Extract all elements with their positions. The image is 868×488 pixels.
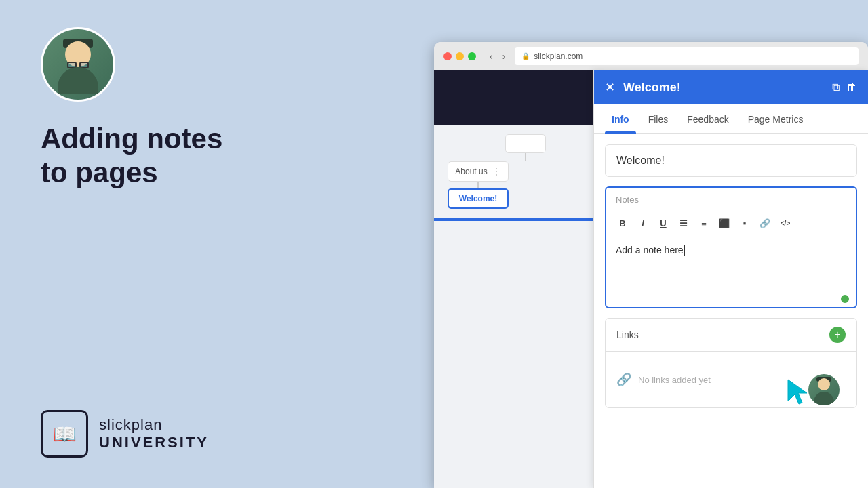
nav-arrows: ‹ › xyxy=(487,49,508,63)
logo-area: 📖 slickplan UNIVERSITY xyxy=(41,410,209,458)
logo-text: slickplan UNIVERSITY xyxy=(99,416,209,451)
panel-tabs: Info Files Feedback Page Metrics xyxy=(594,104,868,134)
align-left-button[interactable]: ⬛ xyxy=(715,214,734,232)
panel-content: Notes B I U ☰ ≡ ⬛ ▪ 🔗 </> Add a note her… xyxy=(594,134,868,488)
url-text: slickplan.com xyxy=(534,52,583,61)
sitemap-active-line xyxy=(434,218,593,221)
align-right-button[interactable]: ▪ xyxy=(735,214,754,232)
tab-files[interactable]: Files xyxy=(642,104,675,133)
panel-header: ✕ Welcome! ⧉ 🗑 xyxy=(594,70,868,104)
avatar xyxy=(41,27,115,102)
tab-feedback[interactable]: Feedback xyxy=(680,104,735,133)
left-panel: Adding notes to pages 📖 slickplan UNIVER… xyxy=(0,0,434,488)
underline-button[interactable]: U xyxy=(654,214,673,232)
notes-editor[interactable]: Notes B I U ☰ ≡ ⬛ ▪ 🔗 </> Add a note her… xyxy=(605,186,857,308)
italic-button[interactable]: I xyxy=(633,214,652,232)
tab-info[interactable]: Info xyxy=(605,104,636,133)
notes-body[interactable]: Add a note here xyxy=(606,237,856,291)
bullet-list-button[interactable]: ☰ xyxy=(674,214,693,232)
minimize-button-dot[interactable] xyxy=(456,52,464,60)
logo-icon: 📖 xyxy=(41,410,88,458)
ordered-list-button[interactable]: ≡ xyxy=(694,214,713,232)
notes-toolbar: B I U ☰ ≡ ⬛ ▪ 🔗 </> xyxy=(606,209,856,237)
lock-icon: 🔒 xyxy=(521,52,530,60)
text-cursor xyxy=(684,245,685,256)
cursor-pointer-icon xyxy=(785,377,810,407)
browser-panel: ‹ › 🔒 slickplan.com About us ⋮ xyxy=(434,0,868,488)
bold-button[interactable]: B xyxy=(613,214,632,232)
browser-chrome: ‹ › 🔒 slickplan.com xyxy=(434,42,868,70)
close-button-dot[interactable] xyxy=(443,52,452,60)
add-link-button[interactable]: + xyxy=(829,327,846,343)
back-button[interactable]: ‹ xyxy=(487,49,496,63)
url-bar[interactable]: 🔒 slickplan.com xyxy=(515,47,859,65)
logo-slickplan-text: slickplan xyxy=(99,416,209,434)
no-links-text: No links added yet xyxy=(638,375,711,385)
about-us-node[interactable]: About us ⋮ xyxy=(448,161,509,182)
notes-content: Add a note here xyxy=(616,245,684,256)
cursor-avatar xyxy=(807,373,841,407)
links-header: Links + xyxy=(606,319,856,352)
delete-icon-button[interactable]: 🗑 xyxy=(846,81,857,94)
notes-label: Notes xyxy=(606,188,856,209)
logo-university-text: UNIVERSITY xyxy=(99,434,209,451)
panel-close-button[interactable]: ✕ xyxy=(605,80,615,95)
maximize-button-dot[interactable] xyxy=(468,52,476,60)
notes-footer xyxy=(606,291,856,307)
browser-window: ‹ › 🔒 slickplan.com About us ⋮ xyxy=(434,42,868,488)
traffic-lights xyxy=(443,52,476,60)
forward-button[interactable]: › xyxy=(500,49,509,63)
tab-page-metrics[interactable]: Page Metrics xyxy=(741,104,810,133)
about-us-dots: ⋮ xyxy=(492,166,501,177)
panel-title: Welcome! xyxy=(623,81,824,95)
headline: Adding notes to pages xyxy=(41,122,393,190)
page-name-field[interactable] xyxy=(605,144,857,177)
cursor-area xyxy=(773,373,841,407)
link-button[interactable]: 🔗 xyxy=(755,214,774,232)
notes-status-dot xyxy=(841,295,849,303)
svg-marker-0 xyxy=(788,380,807,404)
links-label: Links xyxy=(616,329,639,340)
welcome-node[interactable]: Welcome! xyxy=(448,188,509,209)
copy-icon-button[interactable]: ⧉ xyxy=(832,81,840,94)
book-play-icon: 📖 xyxy=(53,423,77,445)
code-button[interactable]: </> xyxy=(776,214,795,232)
info-panel: ✕ Welcome! ⧉ 🗑 Info Files Feedback Page … xyxy=(593,70,868,488)
link-icon: 🔗 xyxy=(616,372,631,387)
panel-icons: ⧉ 🗑 xyxy=(832,81,857,94)
